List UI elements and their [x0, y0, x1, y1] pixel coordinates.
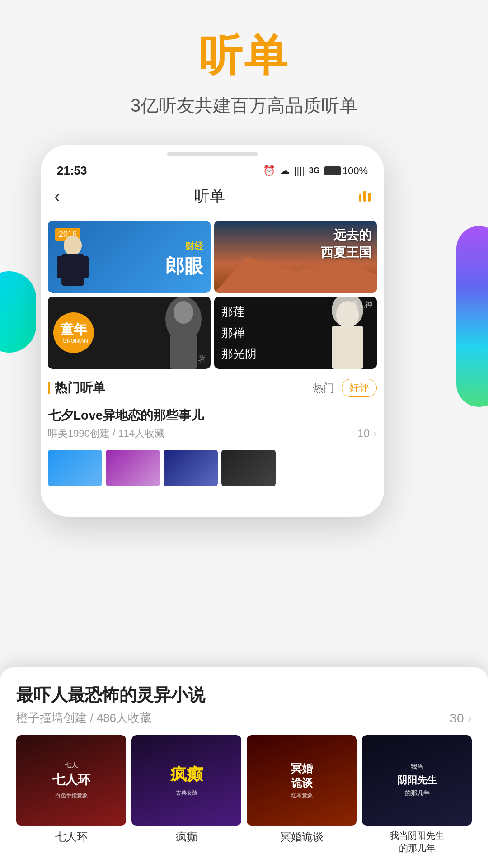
page-title: 听单 — [0, 27, 488, 86]
bottom-card-author: 橙子撞墙创建 / 486人收藏 — [16, 710, 151, 726]
svg-point-5 — [174, 301, 193, 324]
book-img-2: 疯癫 古典女装 — [131, 735, 241, 826]
list-item-1-num: 10 — [357, 427, 370, 440]
battery-icon: 100% — [324, 165, 368, 177]
phone-mockup: 21:53 ⏰ ☁ |||| 3G 100% ‹ 听单 2016 — [41, 145, 384, 517]
chevron-icon-1: › — [373, 427, 377, 440]
status-icons: ⏰ ☁ |||| 3G 100% — [263, 165, 368, 177]
woman-figure — [318, 297, 377, 369]
book-covers-row: 七人 七人环 白色手指意象 七人环 疯癫 古典女装 疯癫 冥婚诡谈 — [16, 735, 472, 854]
alarm-icon: ⏰ — [263, 165, 275, 177]
list-item-1-meta: 唯美1990创建 / 114人收藏 10 › — [48, 427, 377, 440]
banner-blue-text: 财经 郎眼 — [165, 235, 203, 278]
svg-rect-3 — [80, 256, 89, 278]
status-time: 21:53 — [57, 164, 87, 178]
svg-rect-6 — [170, 335, 197, 369]
mini-book-4 — [221, 450, 276, 486]
banner-desert[interactable]: 远去的西夏王国 — [214, 221, 377, 293]
status-bar: 21:53 ⏰ ☁ |||| 3G 100% — [41, 158, 384, 181]
bottom-card: 最吓人最恐怖的灵异小说 橙子撞墙创建 / 486人收藏 30 › 七人 七人环 … — [0, 667, 488, 868]
blob-left-top — [0, 271, 36, 353]
banner-grid: 2016 财经 郎眼 远去的西夏王国 — [41, 213, 384, 373]
title-bar — [48, 382, 50, 394]
nav-title: 听单 — [194, 186, 225, 207]
back-button[interactable]: ‹ — [54, 186, 60, 207]
book-cover-1[interactable]: 七人 七人环 白色手指意象 七人环 — [16, 735, 126, 854]
section-filters: 热门 好评 — [313, 379, 377, 397]
section-header: 热门听单 热门 好评 — [41, 373, 384, 401]
filter-good[interactable]: 好评 — [342, 379, 377, 397]
book-cover-4[interactable]: 我当 阴阳先生 的那几年 我当阴阳先生的那几年 — [362, 735, 472, 854]
banner-caijing[interactable]: 2016 财经 郎眼 — [48, 221, 211, 293]
book-label-1: 七人环 — [16, 829, 126, 844]
wifi-icon: ☁ — [280, 165, 290, 177]
section-title-text: 热门听单 — [55, 379, 105, 396]
bottom-card-title: 最吓人最恐怖的灵异小说 — [16, 684, 472, 707]
desert-text: 远去的西夏王国 — [321, 226, 371, 261]
filter-hot[interactable]: 热门 — [313, 381, 334, 395]
chart-icon[interactable] — [359, 191, 371, 202]
phone-notch — [167, 152, 258, 156]
book-cover-3[interactable]: 冥婚诡谈 红布意象 冥婚诡谈 — [247, 735, 357, 854]
top-section: 听单 3亿听友共建百万高品质听单 — [0, 27, 488, 118]
book-cover-2[interactable]: 疯癫 古典女装 疯癫 — [131, 735, 241, 854]
signal-icon: |||| — [294, 165, 305, 177]
banner-childhood[interactable]: 童年 TONGNIAN 高尔基著 — [48, 297, 211, 369]
book-label-4: 我当阴阳先生的那几年 — [362, 829, 472, 854]
list-item-1[interactable]: 七夕Love异地恋的那些事儿 唯美1990创建 / 114人收藏 10 › — [41, 401, 384, 446]
book-img-3: 冥婚诡谈 红布意象 — [247, 735, 357, 826]
svg-point-0 — [64, 236, 82, 255]
childhood-figure — [156, 297, 211, 369]
list-item-1-title: 七夕Love异地恋的那些事儿 — [48, 407, 377, 424]
person-figure — [52, 234, 93, 293]
network-icon: 3G — [309, 166, 320, 175]
book-img-1: 七人 七人环 白色手指意象 — [16, 735, 126, 826]
phone-notch-bar — [41, 145, 384, 158]
svg-rect-2 — [57, 256, 65, 278]
blob-right — [456, 226, 488, 407]
nav-bar: ‹ 听单 — [41, 181, 384, 213]
bottom-card-num: 30 — [450, 711, 464, 726]
mini-book-2 — [106, 450, 160, 486]
page-subtitle: 3亿听友共建百万高品质听单 — [0, 93, 488, 118]
mini-book-row-1 — [41, 446, 384, 490]
book-img-4: 我当 阴阳先生 的那几年 — [362, 735, 472, 826]
banner-dark[interactable]: 雪人神 那莲那禅那光阴 — [214, 297, 377, 369]
battery-level: 100% — [343, 165, 368, 177]
svg-rect-8 — [332, 326, 363, 369]
bottom-card-meta: 橙子撞墙创建 / 486人收藏 30 › — [16, 710, 472, 726]
book-label-2: 疯癫 — [131, 829, 241, 844]
book-label-3: 冥婚诡谈 — [247, 829, 357, 844]
bottom-card-count: 30 › — [450, 711, 472, 726]
mini-book-1 — [48, 450, 102, 486]
list-item-1-author: 唯美1990创建 / 114人收藏 — [48, 427, 164, 440]
svg-point-9 — [332, 297, 363, 327]
mini-book-3 — [164, 450, 218, 486]
childhood-circle: 童年 TONGNIAN — [53, 312, 94, 353]
list-item-1-count: 10 › — [357, 427, 377, 440]
chevron-icon-bottom: › — [468, 711, 472, 726]
section-title: 热门听单 — [48, 379, 105, 396]
